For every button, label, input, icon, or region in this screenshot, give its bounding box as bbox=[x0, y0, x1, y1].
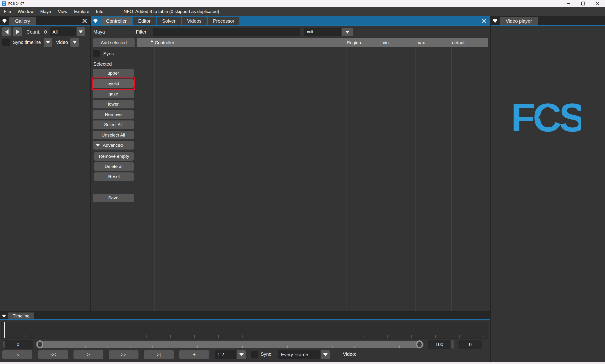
controller-panel: Controller Editor Solver Videos Processo… bbox=[91, 16, 490, 311]
range-end-handle[interactable] bbox=[416, 340, 423, 348]
controller-tab-strip: Controller Editor Solver Videos Processo… bbox=[101, 16, 239, 25]
select-all-button[interactable]: Select All bbox=[93, 120, 134, 129]
sort-ascending-icon bbox=[150, 40, 154, 42]
advanced-button-label: Advanced bbox=[103, 143, 123, 148]
timeline-panel: Timeline 0 100 0 |< << > >> >| + 1:2 Syn… bbox=[0, 312, 490, 362]
range-start-field[interactable]: 0 bbox=[3, 340, 33, 349]
chevron-down-icon bbox=[323, 353, 328, 356]
app-icon bbox=[2, 1, 6, 6]
sync-label: Sync bbox=[103, 51, 114, 56]
column-default[interactable]: default bbox=[452, 38, 466, 47]
step-back-button[interactable]: << bbox=[38, 350, 68, 359]
range-start-handle[interactable] bbox=[37, 340, 43, 348]
sync-mode-dropdown-button[interactable] bbox=[321, 350, 330, 359]
tab-solver[interactable]: Solver bbox=[157, 17, 181, 25]
menu-window[interactable]: Window bbox=[14, 7, 37, 16]
dock-menu-icon[interactable] bbox=[0, 16, 9, 25]
chevron-down-icon bbox=[96, 144, 100, 147]
arrow-left-icon bbox=[5, 29, 9, 35]
step-ratio-dropdown[interactable]: 1:2 bbox=[215, 350, 236, 359]
selected-label: Selected bbox=[93, 61, 112, 67]
current-frame-field[interactable]: 0 bbox=[459, 340, 482, 349]
go-to-start-button[interactable]: |< bbox=[2, 350, 32, 359]
table-header: Controller Region min max default bbox=[137, 38, 488, 47]
reset-button[interactable]: Reset bbox=[94, 172, 134, 181]
dock-menu-icon[interactable] bbox=[0, 312, 8, 319]
column-region[interactable]: Region bbox=[347, 38, 361, 47]
column-min[interactable]: min bbox=[381, 38, 389, 47]
column-max[interactable]: max bbox=[416, 38, 425, 47]
chevron-down-icon bbox=[73, 41, 77, 44]
dock-menu-icon[interactable] bbox=[91, 16, 100, 25]
go-to-end-button[interactable]: >| bbox=[144, 350, 174, 359]
gallery-filter-dropdown[interactable]: All bbox=[50, 27, 76, 36]
sync-checkbox[interactable] bbox=[93, 50, 100, 57]
video-player-panel: Video player FCS bbox=[491, 16, 605, 362]
tab-gallery[interactable]: Gallery bbox=[9, 17, 36, 25]
add-selected-button[interactable]: Add selected bbox=[93, 38, 135, 47]
gallery-filter-dropdown-button[interactable] bbox=[77, 27, 85, 36]
advanced-button[interactable]: Advanced bbox=[93, 141, 134, 150]
sync-timeline-label: Sync timeline bbox=[13, 40, 41, 45]
tab-videos[interactable]: Videos bbox=[182, 17, 207, 25]
controller-close-icon[interactable] bbox=[482, 18, 487, 23]
upper-button[interactable]: upper bbox=[93, 69, 134, 78]
slider-ticks bbox=[41, 346, 419, 348]
tab-timeline[interactable]: Timeline bbox=[8, 312, 34, 319]
lower-button[interactable]: lower bbox=[93, 100, 134, 108]
gallery-close-icon[interactable] bbox=[82, 18, 87, 23]
prev-button[interactable] bbox=[2, 27, 11, 36]
application-window: FCS 24.07 File Window Maya View Explore … bbox=[0, 0, 605, 364]
close-button[interactable] bbox=[590, 0, 605, 7]
timeline-track[interactable] bbox=[1, 322, 488, 338]
play-button[interactable]: > bbox=[74, 350, 103, 359]
tab-processor[interactable]: Processor bbox=[208, 17, 239, 25]
column-controller[interactable]: Controller bbox=[155, 38, 174, 47]
table-gridline bbox=[346, 47, 346, 311]
menu-info[interactable]: Info bbox=[93, 7, 107, 16]
menu-view[interactable]: View bbox=[55, 7, 71, 16]
dock-menu-icon[interactable] bbox=[491, 16, 500, 25]
step-ratio-dropdown-button[interactable] bbox=[237, 350, 246, 359]
gaze-button[interactable]: gaze bbox=[93, 90, 134, 98]
null-dropdown-button[interactable] bbox=[342, 28, 353, 36]
tab-editor[interactable]: Editor bbox=[133, 17, 156, 25]
timeline-sync-label: Sync bbox=[261, 351, 271, 357]
maya-label: Maya bbox=[93, 29, 105, 35]
delete-all-button[interactable]: Delete all bbox=[94, 162, 134, 171]
gallery-sync-row: Sync timeline Video bbox=[2, 38, 79, 47]
remove-button[interactable]: Remove bbox=[93, 110, 134, 119]
menu-explore[interactable]: Explore bbox=[71, 7, 93, 16]
restore-button[interactable] bbox=[576, 0, 590, 7]
step-forward-button[interactable]: >> bbox=[109, 350, 138, 359]
menu-maya[interactable]: Maya bbox=[37, 7, 54, 16]
range-end-field[interactable]: 100 bbox=[428, 340, 450, 349]
next-button[interactable] bbox=[13, 27, 22, 36]
remove-empty-button[interactable]: Remove empty bbox=[94, 152, 134, 161]
save-button[interactable]: Save bbox=[93, 194, 134, 202]
chevron-down-icon bbox=[345, 31, 350, 34]
menu-file[interactable]: File bbox=[0, 7, 14, 16]
chevron-down-icon bbox=[46, 41, 50, 44]
tab-video-player[interactable]: Video player bbox=[500, 17, 538, 25]
timeline-sync-checkbox[interactable] bbox=[251, 351, 258, 358]
sync-mode-dropdown[interactable]: Every Frame bbox=[278, 350, 320, 359]
minimize-button[interactable] bbox=[561, 0, 576, 7]
filter-input[interactable] bbox=[153, 28, 300, 36]
chevron-down-icon bbox=[239, 353, 244, 356]
tab-controller[interactable]: Controller bbox=[101, 17, 132, 25]
add-key-button[interactable]: + bbox=[179, 350, 209, 359]
null-dropdown[interactable]: null bbox=[304, 28, 341, 36]
minimize-icon bbox=[567, 3, 570, 4]
arrow-right-icon bbox=[16, 29, 19, 35]
frame-range-slider[interactable] bbox=[36, 341, 423, 348]
timeline-ticks bbox=[2, 335, 488, 338]
video-player-header: Video player bbox=[491, 16, 605, 26]
sync-timeline-dropdown-button[interactable] bbox=[44, 38, 52, 47]
table-gridline bbox=[451, 47, 452, 311]
unselect-all-button[interactable]: Unselect All bbox=[93, 131, 134, 139]
highlight-box bbox=[92, 78, 135, 90]
sync-timeline-checkbox[interactable] bbox=[2, 39, 10, 46]
video-dropdown-button[interactable] bbox=[70, 38, 79, 47]
restore-icon bbox=[581, 2, 585, 5]
